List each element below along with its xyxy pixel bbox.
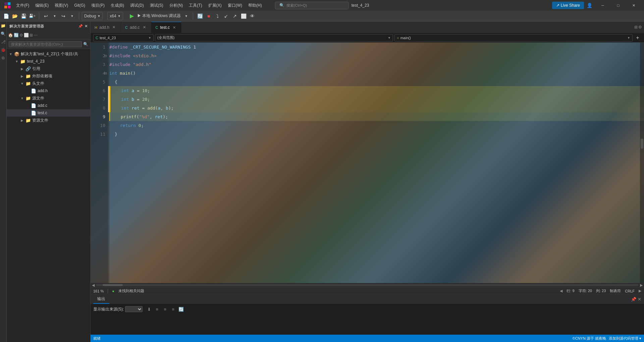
tree-resource-files[interactable]: ▶ 📁 资源文件 — [7, 117, 90, 124]
menu-file[interactable]: 文件(F) — [13, 1, 32, 10]
stop-button[interactable]: ■ — [205, 12, 213, 20]
menu-debug[interactable]: 调试(D) — [127, 1, 147, 10]
code-editor[interactable]: 1 2 3 4 5 6 7 8 9 10 11 — [91, 43, 644, 283]
panel-close-icon[interactable]: ✕ — [638, 297, 641, 302]
tab-add-c-close[interactable]: ✕ — [142, 25, 147, 30]
close-sidebar-icon[interactable]: ✕ — [85, 24, 88, 28]
run-dropdown[interactable]: ▼ — [182, 12, 190, 20]
toolbar-group-2[interactable]: 📂 — [11, 12, 19, 20]
menu-tools[interactable]: 工具(T) — [186, 1, 205, 10]
status-encoding[interactable]: CRLF — [625, 289, 635, 293]
fold-btn-4[interactable]: ⊟ — [103, 71, 108, 75]
run-button[interactable]: ▶ — [128, 12, 136, 20]
save-button[interactable]: 💾 — [19, 12, 28, 20]
nav-file-dropdown[interactable]: C test_4_23 ▼ — [93, 34, 154, 42]
panel-pin-icon[interactable]: 📌 — [631, 297, 636, 302]
output-btn-2[interactable]: ≡ — [153, 305, 161, 313]
status-char[interactable]: 字符: 20 — [579, 288, 592, 293]
source-control-btn[interactable]: 添加到源代码管理 ▾ — [609, 336, 641, 341]
status-col[interactable]: 列: 23 — [596, 288, 606, 293]
tree-add-h[interactable]: ▶ 📄 add.h — [7, 87, 90, 94]
tree-external-deps[interactable]: ▶ 📁 外部依赖项 — [7, 72, 90, 80]
activity-debug[interactable]: 🐞 — [0, 47, 6, 53]
nav-function-dropdown[interactable]: ○ main() ▼ — [394, 34, 633, 42]
tree-solution[interactable]: ▼ 📦 解决方案'test_4_23'(1 个项目/共 — [7, 50, 90, 58]
tree-add-c[interactable]: ▶ 📄 add.c — [7, 102, 90, 109]
tree-test-c[interactable]: ▶ 📄 test.c — [7, 109, 90, 117]
status-tab[interactable]: 制表符 — [610, 288, 621, 293]
new-file-button[interactable]: 📄 — [2, 12, 10, 20]
tab-add-h-close[interactable]: ✕ — [111, 25, 117, 30]
tab-test-c[interactable]: C test.c ✕ — [151, 22, 181, 33]
global-search[interactable]: 🔍 搜索(Ctrl+Q) — [275, 2, 349, 9]
h-scroll-track[interactable] — [96, 284, 639, 286]
sync-icon[interactable]: 🔄 — [14, 33, 19, 38]
scroll-left-icon[interactable]: ◀ — [92, 283, 95, 287]
watch-button[interactable]: 👁 — [248, 12, 256, 20]
tab-add-c[interactable]: C add.c ✕ — [121, 22, 151, 33]
status-no-issues[interactable]: 未找到相关问题 — [118, 288, 144, 293]
output-btn-3[interactable]: ≡ — [161, 305, 169, 313]
menu-window[interactable]: 窗口(W) — [225, 1, 245, 10]
pin-icon[interactable]: 📌 — [78, 24, 83, 28]
undo-dropdown[interactable]: ▼ — [51, 12, 59, 20]
h-scroll-thumb[interactable] — [103, 284, 123, 286]
menu-help[interactable]: 帮助(H) — [246, 1, 265, 10]
editor-scrollbar[interactable] — [640, 43, 644, 283]
scroll-thumb[interactable] — [641, 139, 643, 149]
menu-git[interactable]: Git(G) — [71, 2, 88, 9]
undo-button[interactable]: ↩ — [42, 12, 50, 20]
platform-dropdown[interactable]: x64 ▼ — [107, 12, 123, 20]
tree-source-files[interactable]: ▼ 📁 源文件 — [7, 94, 90, 102]
activity-explorer[interactable]: 📁 — [0, 23, 6, 29]
output-btn-1[interactable]: ⬇ — [145, 305, 153, 313]
menu-build[interactable]: 生成(B) — [108, 1, 127, 10]
home-icon[interactable]: 🏠 — [8, 33, 13, 38]
sidebar-search-input[interactable] — [9, 41, 82, 47]
step-into-button[interactable]: ↙ — [222, 12, 230, 20]
panel-tab-output[interactable]: 输出 — [93, 295, 109, 304]
output-btn-5[interactable]: 🔄 — [177, 305, 185, 313]
tab-test-c-close[interactable]: ✕ — [172, 25, 177, 30]
menu-analyze[interactable]: 分析(N) — [167, 1, 186, 10]
breakpoint-button[interactable]: ⬜ — [239, 12, 248, 20]
tree-project[interactable]: ▼ 📁 test_4_23 — [7, 58, 90, 65]
redo-dropdown[interactable]: ▼ — [68, 12, 76, 20]
step-over-button[interactable]: ⤵ — [213, 12, 221, 20]
fold-btn-2[interactable]: ⊟ — [103, 53, 108, 58]
activity-search[interactable]: 🔍 — [0, 31, 6, 37]
restart-button[interactable]: 🔄 — [196, 12, 204, 20]
close-button[interactable]: ✕ — [626, 0, 641, 11]
tab-settings-icon[interactable]: ⚙ — [638, 25, 642, 29]
minimize-button[interactable]: ─ — [595, 0, 610, 11]
activity-extensions[interactable]: ⧉ — [0, 55, 6, 61]
view-icon[interactable]: ⊞ — [30, 33, 33, 38]
activity-git[interactable]: ⎇ — [0, 39, 6, 45]
options-icon[interactable]: ⋯ — [34, 33, 38, 38]
tree-header-files[interactable]: ▼ 📁 头文件 — [7, 80, 90, 87]
sidebar-search-icon[interactable]: 🔍 — [83, 42, 88, 47]
save-all-button[interactable]: 💾+ — [28, 12, 36, 20]
output-source-select[interactable]: 调试 生成 — [125, 306, 143, 312]
scroll-right-status[interactable]: ▶ — [639, 289, 641, 293]
live-share-button[interactable]: ↗ Live Share — [552, 2, 584, 9]
code-lines[interactable]: #define _CRT_SECURE_NO_WARNINGS 1 ⊟ #inc… — [109, 43, 644, 283]
redo-button[interactable]: ↪ — [59, 12, 67, 20]
output-btn-4[interactable]: ≡ — [169, 305, 177, 313]
tab-add-h[interactable]: H add.h ✕ — [91, 22, 121, 33]
step-out-button[interactable]: ↗ — [231, 12, 239, 20]
menu-edit[interactable]: 编辑(E) — [33, 1, 51, 10]
menu-test[interactable]: 测试(S) — [147, 1, 166, 10]
split-editor-icon[interactable]: ⊞ — [634, 25, 638, 29]
menu-view[interactable]: 视图(V) — [52, 1, 71, 10]
status-ready[interactable]: 就绪 — [93, 336, 101, 341]
tree-references[interactable]: ▶ 🔗 引用 — [7, 65, 90, 72]
menu-extensions[interactable]: 扩展(X) — [206, 1, 224, 10]
status-line[interactable]: 行: 9 — [567, 288, 574, 293]
nav-scope-dropdown[interactable]: (全局范围) ▼ — [155, 34, 393, 42]
settings-icon[interactable]: ⚙ — [19, 33, 23, 38]
debug-config-dropdown[interactable]: Debug ▼ — [82, 12, 103, 20]
scroll-left-status[interactable]: ◀ — [560, 289, 562, 293]
filter-icon[interactable]: ⬜ — [24, 33, 29, 38]
status-zoom[interactable]: 161 % — [93, 289, 104, 293]
